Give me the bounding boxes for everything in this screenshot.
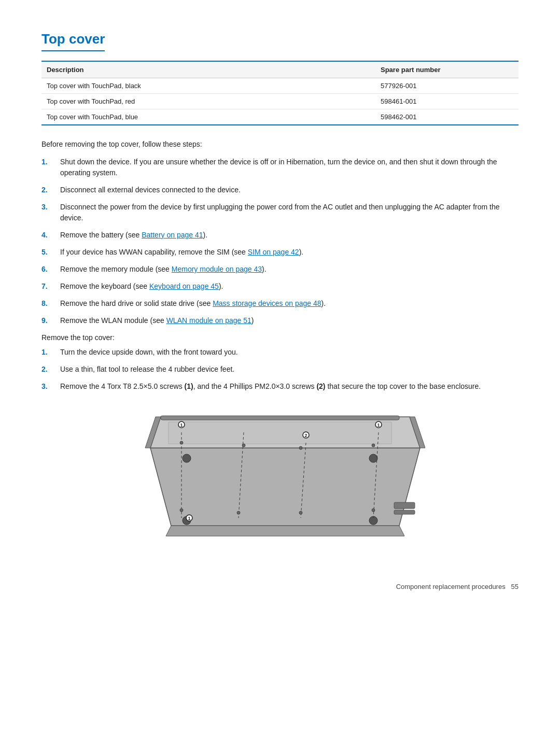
step-link[interactable]: SIM on page 42 [248,248,299,256]
list-item: 8.Remove the hard drive or solid state d… [41,298,519,309]
step-number: 5. [41,247,60,258]
list-item: 2.Use a thin, flat tool to release the 4… [41,364,519,375]
intro-text: Before removing the top cover, follow th… [41,140,519,148]
col-description-header: Description [41,61,375,78]
svg-point-26 [242,444,245,447]
svg-text:1: 1 [188,516,190,521]
svg-point-25 [180,441,183,444]
step-number: 2. [41,364,60,375]
list-item: 2.Disconnect all external devices connec… [41,185,519,195]
step-text: Remove the WLAN module (see WLAN module … [60,315,519,326]
step-number: 9. [41,315,60,326]
step-text: Remove the 4 Torx T8 2.5×5.0 screws (1),… [60,381,519,392]
step-number: 7. [41,281,60,292]
svg-point-32 [372,509,375,512]
part-description: Top cover with TouchPad, black [41,78,375,94]
part-number: 598462-001 [375,109,519,125]
part-description: Top cover with TouchPad, red [41,94,375,109]
svg-point-31 [299,511,302,514]
list-item: 3.Disconnect the power from the device b… [41,202,519,223]
step-number: 3. [41,381,60,392]
footer: Component replacement procedures 55 [41,583,519,591]
svg-point-30 [237,511,240,514]
svg-text:1: 1 [180,423,183,428]
bold-marker-2: (2) [316,382,325,390]
svg-rect-6 [161,416,399,420]
svg-rect-11 [394,502,415,509]
step-text: Use a thin, flat tool to release the 4 r… [60,364,519,375]
svg-point-28 [372,444,375,447]
svg-marker-4 [166,526,404,536]
list-item: 1.Turn the device upside down, with the … [41,347,519,358]
step-text: Remove the memory module (see Memory mod… [60,264,519,275]
list-item: 3.Remove the 4 Torx T8 2.5×5.0 screws (1… [41,381,519,392]
footer-page: 55 [511,583,519,591]
part-number: 577926-001 [375,78,519,94]
step-link[interactable]: Memory module on page 43 [172,265,262,273]
table-row: Top cover with TouchPad, blue598462-001 [41,109,519,125]
step-number: 6. [41,264,60,275]
bold-marker-1: (1) [185,382,193,390]
svg-point-9 [183,454,191,462]
step-text: Disconnect all external devices connecte… [60,185,519,195]
remove-steps-list: 1.Turn the device upside down, with the … [41,347,519,392]
svg-point-27 [299,446,302,449]
prereq-steps-list: 1.Shut down the device. If you are unsur… [41,157,519,326]
list-item: 7.Remove the keyboard (see Keyboard on p… [41,281,519,292]
svg-text:2: 2 [304,433,307,438]
step-text: Remove the hard drive or solid state dri… [60,298,519,309]
page-title: Top cover [41,31,105,51]
list-item: 6.Remove the memory module (see Memory m… [41,264,519,275]
step-number: 4. [41,230,60,241]
parts-table: Description Spare part number Top cover … [41,61,519,125]
part-number: 598461-001 [375,94,519,109]
list-item: 1.Shut down the device. If you are unsur… [41,157,519,178]
step-number: 2. [41,185,60,195]
step-number: 3. [41,202,60,213]
step-link[interactable]: Keyboard on page 45 [149,282,219,290]
col-partnum-header: Spare part number [375,61,519,78]
step-text: Turn the device upside down, with the fr… [60,347,519,358]
list-item: 4.Remove the battery (see Battery on pag… [41,230,519,241]
table-row: Top cover with TouchPad, black577926-001 [41,78,519,94]
svg-point-10 [369,454,377,462]
step-number: 8. [41,298,60,309]
svg-rect-5 [169,422,391,444]
list-item: 5.If your device has WWAN capability, re… [41,247,519,258]
step-link[interactable]: Mass storage devices on page 48 [213,299,321,307]
svg-point-29 [180,509,183,512]
step-text: Remove the battery (see Battery on page … [60,230,519,241]
step-text: Disconnect the power from the device by … [60,202,519,223]
step-link[interactable]: WLAN module on page 51 [166,316,251,325]
step-link[interactable]: Battery on page 41 [142,231,203,239]
table-row: Top cover with TouchPad, red598461-001 [41,94,519,109]
step-number: 1. [41,347,60,358]
footer-text: Component replacement procedures [396,583,506,591]
step-text: If your device has WWAN capability, remo… [60,247,519,258]
step-text: Shut down the device. If you are unsure … [60,157,519,178]
svg-text:1: 1 [377,423,380,428]
step-text: Remove the keyboard (see Keyboard on pag… [60,281,519,292]
svg-rect-12 [394,510,415,514]
part-description: Top cover with TouchPad, blue [41,109,375,125]
remove-label: Remove the top cover: [41,333,519,342]
step-number: 1. [41,157,60,167]
device-image: 1 1 1 2 [135,401,425,562]
list-item: 9.Remove the WLAN module (see WLAN modul… [41,315,519,326]
